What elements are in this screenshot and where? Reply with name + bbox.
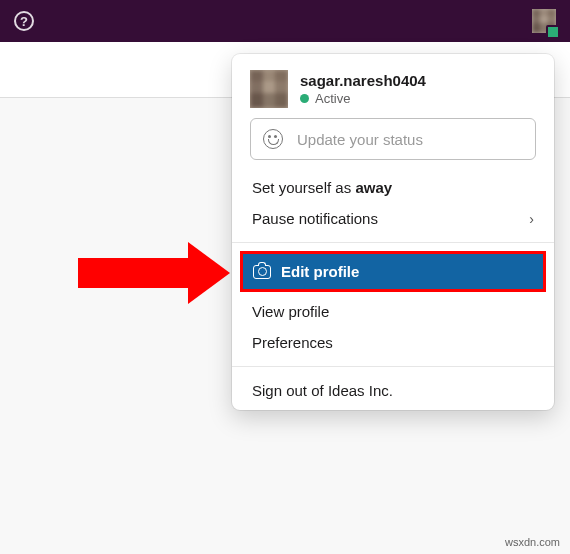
user-avatar-button[interactable] bbox=[532, 9, 556, 33]
divider bbox=[232, 366, 554, 367]
camera-icon bbox=[253, 265, 271, 279]
help-icon: ? bbox=[14, 11, 34, 31]
view-profile-label: View profile bbox=[252, 303, 534, 320]
user-menu-dropdown: sagar.naresh0404 Active Update your stat… bbox=[232, 54, 554, 410]
edit-profile-label: Edit profile bbox=[281, 263, 359, 280]
set-away-item[interactable]: Set yourself as away bbox=[232, 172, 554, 203]
sign-out-item[interactable]: Sign out of Ideas Inc. bbox=[232, 375, 554, 406]
help-button[interactable]: ? bbox=[14, 11, 34, 31]
chevron-right-icon: › bbox=[529, 211, 534, 227]
presence-indicator bbox=[546, 25, 560, 39]
presence-row: Active bbox=[300, 91, 426, 106]
presence-label: Active bbox=[315, 91, 350, 106]
avatar-large bbox=[250, 70, 288, 108]
username-label: sagar.naresh0404 bbox=[300, 72, 426, 89]
dropdown-header: sagar.naresh0404 Active bbox=[232, 54, 554, 118]
view-profile-item[interactable]: View profile bbox=[232, 296, 554, 327]
highlight-frame: Edit profile bbox=[240, 251, 546, 292]
status-input[interactable]: Update your status bbox=[250, 118, 536, 160]
set-away-label: Set yourself as away bbox=[252, 179, 534, 196]
edit-profile-item[interactable]: Edit profile bbox=[243, 254, 543, 289]
annotation-arrow bbox=[78, 242, 238, 304]
pause-notifications-label: Pause notifications bbox=[252, 210, 529, 227]
top-bar: ? bbox=[0, 0, 570, 42]
active-dot-icon bbox=[300, 94, 309, 103]
sign-out-label: Sign out of Ideas Inc. bbox=[252, 382, 534, 399]
watermark: wsxdn.com bbox=[505, 536, 560, 548]
smiley-icon bbox=[263, 129, 283, 149]
preferences-label: Preferences bbox=[252, 334, 534, 351]
preferences-item[interactable]: Preferences bbox=[232, 327, 554, 358]
pause-notifications-item[interactable]: Pause notifications › bbox=[232, 203, 554, 234]
divider bbox=[232, 242, 554, 243]
status-placeholder: Update your status bbox=[297, 131, 423, 148]
